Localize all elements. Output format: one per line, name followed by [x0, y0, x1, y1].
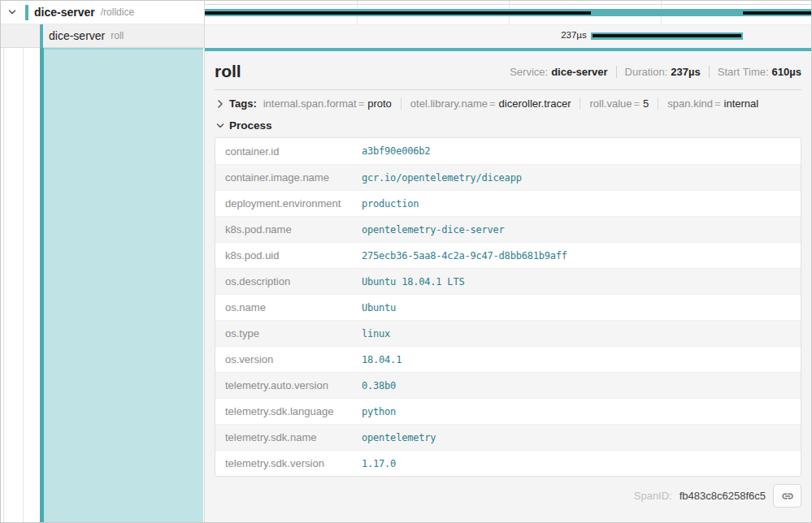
kv-value: python: [362, 406, 396, 417]
overview-duration: Duration:237µs: [625, 66, 701, 78]
service-name: dice-server: [34, 6, 95, 19]
kv-value: a3bf90e006b2: [362, 145, 430, 157]
critical-path-segment: [743, 11, 812, 15]
chevron-down-icon[interactable]: [7, 6, 18, 18]
operation-name: roll: [111, 30, 124, 41]
kv-value: 18.04.1: [362, 354, 402, 365]
trace-timeline: 237µs: [205, 1, 812, 48]
kv-value: gcr.io/opentelemetry/diceapp: [362, 172, 522, 184]
span-overview: Service:dice-server Duration:237µs Start…: [510, 66, 801, 78]
span-detail-header: roll Service:dice-server Duration:237µs …: [215, 51, 801, 90]
kv-value: 1.17.0: [362, 458, 396, 469]
tag-item: span.kind=internal: [658, 97, 767, 110]
service-name: dice-server: [49, 29, 105, 42]
table-row: telemetry.sdk.nameopentelemetry: [215, 424, 801, 450]
kv-key: deployment.environment: [215, 197, 362, 210]
span-link-button[interactable]: [773, 484, 801, 508]
kv-key: os.version: [215, 353, 362, 365]
kv-value: 0.38b0: [362, 380, 396, 391]
kv-key: telemetry.sdk.name: [215, 431, 362, 443]
spanid-label: SpanID:: [634, 490, 672, 502]
table-row: os.descriptionUbuntu 18.04.1 LTS: [215, 268, 801, 294]
span-color-bar: [25, 5, 28, 20]
tree-indent-guide: [3, 48, 4, 522]
kv-key: k8s.pod.uid: [215, 249, 362, 262]
kv-key: telemetry.sdk.version: [215, 457, 362, 469]
table-row: k8s.pod.nameopentelemetry-dice-server: [215, 216, 801, 242]
critical-path-segment: [205, 11, 591, 15]
span-color-bar: [40, 24, 43, 48]
table-row: os.nameUbuntu: [215, 294, 801, 320]
span-name-column: dice-server /rolldice dice-server roll: [1, 1, 205, 522]
kv-key: telemetry.auto.version: [215, 379, 362, 391]
process-section-header[interactable]: Process: [215, 116, 801, 137]
table-row: os.version18.04.1: [215, 346, 801, 372]
kv-key: os.type: [215, 327, 362, 339]
kv-value: production: [362, 198, 419, 210]
timeline-row-roll: [205, 24, 812, 48]
kv-key: k8s.pod.name: [215, 223, 362, 236]
divider: [709, 66, 710, 78]
timeline-row-rolldice: [205, 1, 812, 24]
kv-key: container.image.name: [215, 171, 362, 184]
table-row: k8s.pod.uid275ecb36-5aa8-4c2a-9c47-d8bb6…: [215, 242, 801, 268]
table-row: deployment.environmentproduction: [215, 190, 801, 216]
table-row: telemetry.auto.version0.38b0: [215, 372, 801, 398]
critical-path-segment: [593, 34, 741, 37]
tag-item: internal.span.format=proto: [262, 97, 401, 110]
tree-row-rolldice[interactable]: dice-server /rolldice: [1, 1, 204, 24]
table-row: container.ida3bf90e006b2: [215, 138, 801, 164]
span-detail-panel: roll Service:dice-server Duration:237µs …: [205, 48, 812, 523]
tag-item: roll.value=5: [580, 97, 658, 110]
kv-key: telemetry.sdk.language: [215, 405, 362, 417]
tree-indent-guide: [23, 48, 24, 522]
table-row: telemetry.sdk.languagepython: [215, 398, 801, 424]
operation-name: /rolldice: [101, 6, 134, 18]
span-detail-footer: SpanID: fb483c8c6258f6c5: [215, 484, 801, 508]
kv-key: os.name: [215, 301, 362, 313]
span-duration-label: 237µs: [561, 30, 587, 40]
tags-section-header[interactable]: Tags: internal.span.format=proto otel.li…: [215, 90, 801, 116]
divider: [616, 66, 617, 78]
overview-service: Service:dice-server: [510, 66, 607, 78]
process-kv-table: container.ida3bf90e006b2 container.image…: [215, 137, 801, 477]
kv-value: opentelemetry: [362, 432, 436, 443]
span-title: roll: [215, 62, 241, 81]
kv-key: os.description: [215, 275, 362, 287]
span-bar-roll[interactable]: [591, 32, 743, 40]
tag-item: otel.library.name=diceroller.tracer: [401, 97, 580, 110]
table-row: container.image.namegcr.io/opentelemetry…: [215, 164, 801, 190]
table-row: telemetry.sdk.version1.17.0: [215, 450, 801, 476]
jaeger-trace-view: dice-server /rolldice dice-server roll: [0, 0, 812, 523]
kv-value: 275ecb36-5aa8-4c2a-9c47-d8bb681b9aff: [362, 250, 567, 262]
kv-value: linux: [362, 328, 390, 339]
selected-span-fill: [44, 48, 203, 522]
chevron-right-icon[interactable]: [215, 99, 226, 109]
chevron-down-icon[interactable]: [215, 121, 226, 131]
spanid-value: fb483c8c6258f6c5: [680, 490, 766, 502]
table-row: os.typelinux: [215, 320, 801, 346]
kv-value: Ubuntu: [362, 302, 396, 313]
selected-span-row-highlight: [1, 48, 204, 522]
tags-label: Tags:: [229, 97, 257, 110]
chain-link-icon: [781, 490, 794, 503]
kv-key: container.id: [215, 145, 362, 158]
tree-row-roll[interactable]: dice-server roll: [1, 24, 204, 48]
overview-start-time: Start Time:610µs: [718, 66, 801, 78]
kv-value: Ubuntu 18.04.1 LTS: [362, 276, 464, 287]
process-label: Process: [229, 119, 272, 132]
kv-value: opentelemetry-dice-server: [362, 224, 505, 236]
